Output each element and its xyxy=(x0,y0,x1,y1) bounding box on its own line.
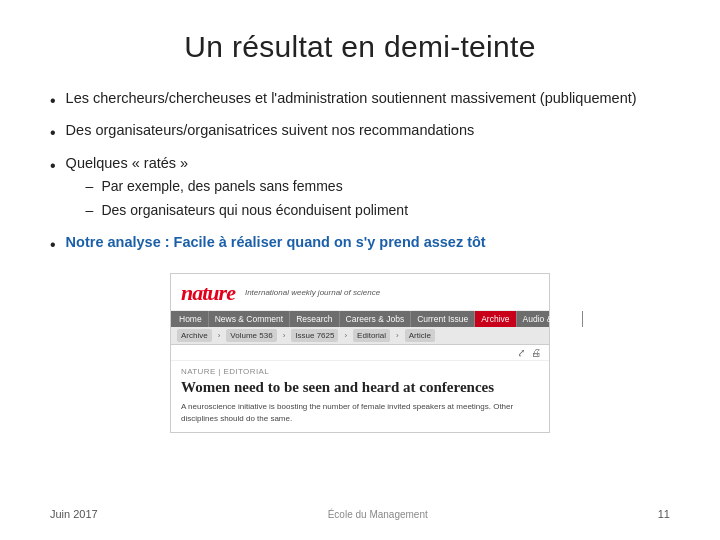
sub-list: – Par exemple, des panels sans femmes – … xyxy=(86,177,670,220)
footer-institution: École du Management xyxy=(98,509,658,520)
footer: Juin 2017 École du Management 11 xyxy=(50,504,670,520)
footer-page-number: 11 xyxy=(658,508,670,520)
nature-share-icons: ⤤ 🖨 xyxy=(171,345,549,361)
slide: Un résultat en demi-teinte • Les cherche… xyxy=(0,0,720,540)
bullet-icon: • xyxy=(50,122,56,144)
breadcrumb-arrow: › xyxy=(392,329,403,342)
content-area: • Les chercheurs/chercheuses et l'admini… xyxy=(50,88,670,496)
breadcrumb-volume[interactable]: Volume 536 xyxy=(226,329,276,342)
nature-tagline: International weekly journal of science xyxy=(245,288,380,298)
bullet-text: Les chercheurs/chercheuses et l'administ… xyxy=(66,88,670,108)
nature-body: NATURE | EDITORIAL Women need to be seen… xyxy=(171,361,549,432)
nature-logo: nature xyxy=(181,280,235,306)
nav-item-audio[interactable]: Audio & Video xyxy=(517,311,584,327)
nature-breadcrumb: Archive › Volume 536 › Issue 7625 › Edit… xyxy=(171,327,549,345)
highlight-bullet-text: Notre analyse : Facile à réaliser quand … xyxy=(66,232,670,252)
list-item: • Les chercheurs/chercheuses et l'admini… xyxy=(50,88,670,112)
bullet-icon: • xyxy=(50,155,56,177)
nature-nav: Home News & Comment Research Careers & J… xyxy=(171,311,549,327)
nav-item-home[interactable]: Home xyxy=(173,311,209,327)
breadcrumb-arrow: › xyxy=(340,329,351,342)
bullet-icon: • xyxy=(50,234,56,256)
breadcrumb-issue[interactable]: Issue 7625 xyxy=(291,329,338,342)
sub-item-text: Des organisateurs qui nous éconduisent p… xyxy=(101,201,408,221)
bullet-list: • Les chercheurs/chercheuses et l'admini… xyxy=(50,88,670,265)
nav-item-current[interactable]: Current Issue xyxy=(411,311,475,327)
list-item: • Quelques « ratés » – Par exemple, des … xyxy=(50,153,670,224)
nature-label: NATURE | EDITORIAL xyxy=(181,367,539,376)
bullet-text: Des organisateurs/organisatrices suivent… xyxy=(66,120,670,140)
breadcrumb-archive[interactable]: Archive xyxy=(177,329,212,342)
dash-icon: – xyxy=(86,177,94,197)
list-item: • Notre analyse : Facile à réaliser quan… xyxy=(50,232,670,256)
nature-body-text: A neuroscience initiative is boosting th… xyxy=(181,401,539,423)
dash-icon: – xyxy=(86,201,94,221)
sub-item-text: Par exemple, des panels sans femmes xyxy=(101,177,342,197)
bullet-text: Quelques « ratés » xyxy=(66,155,189,171)
breadcrumb-arrow: › xyxy=(214,329,225,342)
breadcrumb-editorial[interactable]: Editorial xyxy=(353,329,390,342)
breadcrumb-article[interactable]: Article xyxy=(405,329,435,342)
nav-item-archive[interactable]: Archive xyxy=(475,311,516,327)
list-item: – Des organisateurs qui nous éconduisent… xyxy=(86,201,670,221)
nav-item-news[interactable]: News & Comment xyxy=(209,311,291,327)
print-icon[interactable]: 🖨 xyxy=(531,347,541,358)
share-icon[interactable]: ⤤ xyxy=(517,347,525,358)
bullet-icon: • xyxy=(50,90,56,112)
nav-item-careers[interactable]: Careers & Jobs xyxy=(340,311,412,327)
list-item: – Par exemple, des panels sans femmes xyxy=(86,177,670,197)
nature-header: nature International weekly journal of s… xyxy=(171,274,549,311)
breadcrumb-arrow: › xyxy=(279,329,290,342)
nav-item-research[interactable]: Research xyxy=(290,311,339,327)
nature-article-title: Women need to be seen and heard at confe… xyxy=(181,378,539,397)
slide-title: Un résultat en demi-teinte xyxy=(50,30,670,64)
footer-date: Juin 2017 xyxy=(50,508,98,520)
nature-box: nature International weekly journal of s… xyxy=(170,273,550,433)
list-item: • Des organisateurs/organisatrices suive… xyxy=(50,120,670,144)
